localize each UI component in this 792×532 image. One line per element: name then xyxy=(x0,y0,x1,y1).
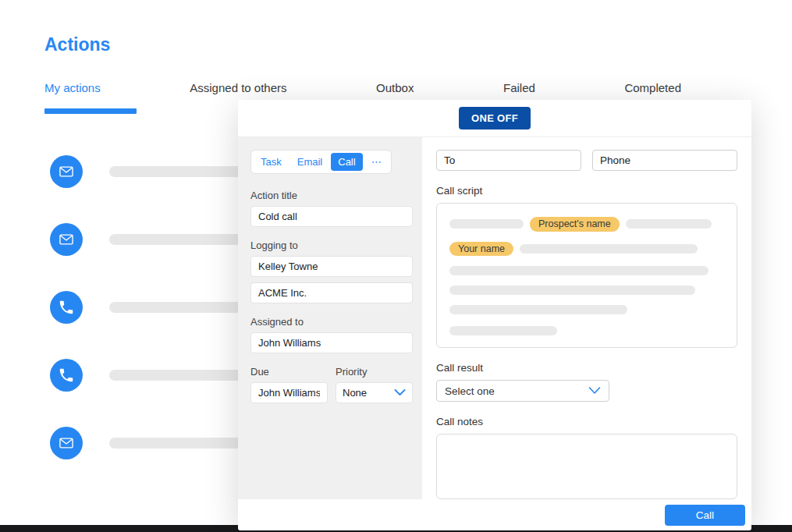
logging-to-company-input[interactable] xyxy=(250,282,413,303)
tab-completed[interactable]: Completed xyxy=(624,81,681,94)
phone-icon xyxy=(50,359,83,392)
assigned-to-input[interactable] xyxy=(250,332,413,353)
action-type-email-tab[interactable]: Email xyxy=(290,153,330,171)
call-script-label: Call script xyxy=(436,185,737,197)
priority-select-value: None xyxy=(343,387,367,399)
page-title: Actions xyxy=(44,34,110,55)
action-type-task-tab[interactable]: Task xyxy=(254,153,289,171)
modal-header: ONE OFF xyxy=(238,100,751,137)
phone-icon xyxy=(50,291,83,324)
call-result-select[interactable]: Select one xyxy=(436,380,609,402)
due-label: Due xyxy=(250,366,328,378)
action-title-input[interactable] xyxy=(250,206,413,227)
call-result-value: Select one xyxy=(445,385,495,397)
tab-my-actions[interactable]: My actions xyxy=(44,81,101,94)
chevron-down-icon xyxy=(394,389,406,396)
actions-tab-bar: My actions Assigned to others Outbox Fai… xyxy=(44,81,681,94)
modal-body: Task Email Call ⋯ Action title Logging t… xyxy=(238,137,751,499)
to-input[interactable] xyxy=(436,150,581,171)
call-script-box[interactable]: Prospect's nameYour name xyxy=(436,203,737,348)
script-placeholder-bar xyxy=(520,244,698,254)
tab-outbox[interactable]: Outbox xyxy=(376,81,414,94)
script-placeholder-bar xyxy=(449,266,709,275)
action-type-tabs: Task Email Call ⋯ xyxy=(250,150,392,174)
merge-token[interactable]: Prospect's name xyxy=(530,217,620,232)
due-priority-row: Due Priority None xyxy=(250,353,413,403)
action-type-more-tab[interactable]: ⋯ xyxy=(364,153,389,171)
chevron-down-icon xyxy=(588,387,601,395)
priority-select[interactable]: None xyxy=(336,382,413,403)
action-title-label: Action title xyxy=(250,190,413,201)
active-tab-indicator xyxy=(44,108,137,114)
new-action-modal: ONE OFF Task Email Call ⋯ Action title L… xyxy=(238,100,751,530)
action-type-call-tab[interactable]: Call xyxy=(331,153,362,171)
tab-failed[interactable]: Failed xyxy=(503,81,535,94)
assigned-to-label: Assigned to xyxy=(250,316,413,328)
call-result-label: Call result xyxy=(436,362,737,374)
priority-label: Priority xyxy=(336,366,413,378)
logging-to-label: Logging to xyxy=(250,239,413,251)
email-icon xyxy=(50,427,83,459)
call-notes-label: Call notes xyxy=(436,416,737,427)
email-icon xyxy=(50,223,83,256)
script-placeholder-bar xyxy=(626,219,712,229)
script-placeholder-bar xyxy=(449,326,557,335)
tab-assigned-to-others[interactable]: Assigned to others xyxy=(190,81,286,94)
script-placeholder-bar xyxy=(449,219,524,229)
modal-footer: Call xyxy=(238,499,751,530)
call-button[interactable]: Call xyxy=(665,505,745,526)
phone-input[interactable] xyxy=(592,150,737,171)
due-input[interactable] xyxy=(250,382,328,403)
merge-token[interactable]: Your name xyxy=(449,242,513,257)
call-detail-panel: Call script Prospect's nameYour name Cal… xyxy=(422,137,751,499)
one-off-button[interactable]: ONE OFF xyxy=(459,107,531,129)
script-placeholder-bar xyxy=(449,286,695,295)
logging-to-contact-input[interactable] xyxy=(250,256,413,277)
call-notes-textarea[interactable] xyxy=(436,434,737,499)
script-placeholder-bar xyxy=(449,305,627,314)
actions-page: Actions My actions Assigned to others Ou… xyxy=(0,0,792,532)
email-icon xyxy=(50,155,83,188)
action-settings-panel: Task Email Call ⋯ Action title Logging t… xyxy=(238,137,422,499)
